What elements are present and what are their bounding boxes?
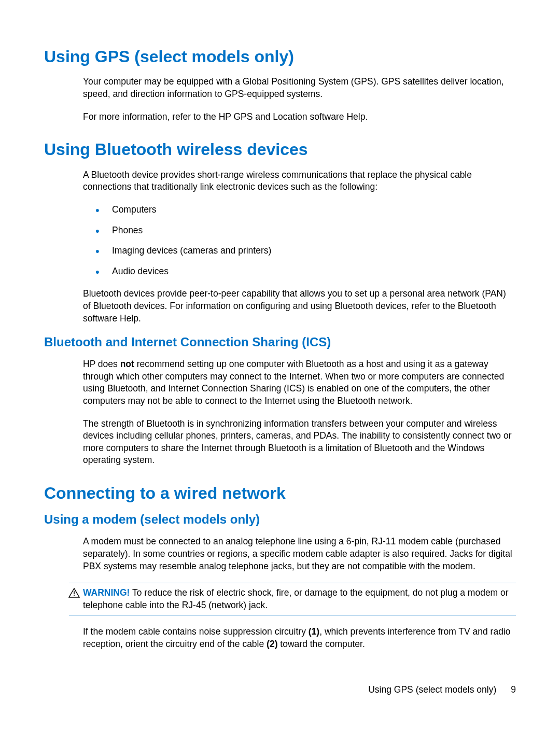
warning-label: WARNING! (83, 587, 130, 598)
page-number: 9 (511, 684, 516, 695)
warning-icon (68, 588, 80, 598)
heading-wired: Connecting to a wired network (44, 483, 516, 503)
paragraph: A modem must be connected to an analog t… (83, 536, 516, 572)
footer-text: Using GPS (select models only) (368, 684, 496, 695)
text: toward the computer. (277, 639, 365, 649)
list-item: Phones (83, 224, 516, 237)
page-footer: Using GPS (select models only) 9 (368, 684, 516, 695)
paragraph: A Bluetooth device provides short-range … (83, 169, 516, 193)
text: recommend setting up one computer with B… (83, 359, 504, 406)
heading-gps: Using GPS (select models only) (44, 47, 516, 66)
paragraph: Bluetooth devices provide peer-to-peer c… (83, 288, 516, 325)
text-bold: (2) (267, 639, 277, 649)
warning-text: To reduce the risk of electric shock, fi… (83, 587, 509, 610)
list-item: Computers (83, 204, 516, 216)
text-bold: (1) (309, 626, 319, 637)
list-item: Imaging devices (cameras and printers) (83, 245, 516, 257)
paragraph: Your computer may be equipped with a Glo… (83, 76, 516, 100)
heading-ics: Bluetooth and Internet Connection Sharin… (44, 335, 516, 350)
paragraph: The strength of Bluetooth is in synchron… (83, 418, 516, 467)
svg-point-1 (74, 595, 75, 596)
bullet-list: Computers Phones Imaging devices (camera… (83, 204, 516, 278)
heading-bluetooth: Using Bluetooth wireless devices (44, 139, 516, 159)
text: HP does (83, 359, 120, 369)
heading-modem: Using a modem (select models only) (44, 512, 516, 527)
paragraph: For more information, refer to the HP GP… (83, 111, 516, 123)
text: If the modem cable contains noise suppre… (83, 626, 309, 637)
list-item: Audio devices (83, 265, 516, 278)
paragraph: If the modem cable contains noise suppre… (83, 626, 516, 650)
paragraph: HP does not recommend setting up one com… (83, 358, 516, 407)
text-bold: not (120, 359, 134, 369)
warning-box: WARNING! To reduce the risk of electric … (69, 583, 516, 615)
